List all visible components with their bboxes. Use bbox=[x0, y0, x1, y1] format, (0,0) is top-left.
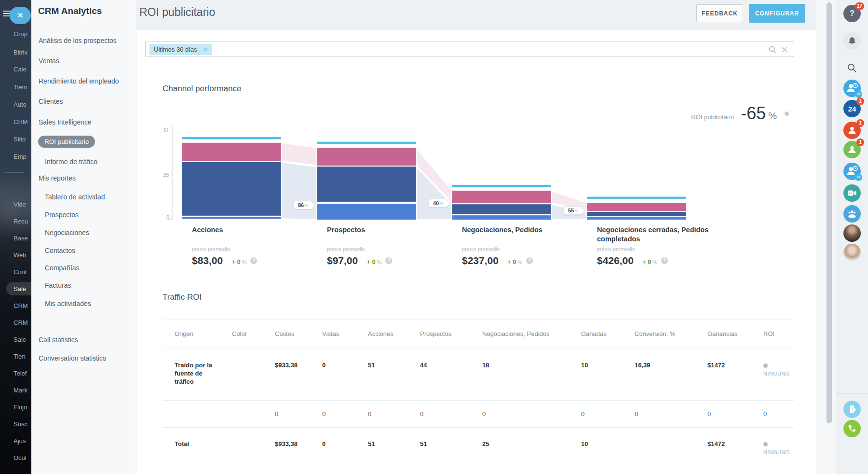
crm-activities-button-2[interactable]: ✉ bbox=[843, 163, 861, 180]
sidebar-item-facturas[interactable]: Facturas bbox=[45, 281, 71, 289]
column-header[interactable]: Acciones bbox=[356, 320, 408, 348]
collapsed-nav-item[interactable]: Sale bbox=[14, 285, 31, 293]
sidebar-item-conversation-statistics[interactable]: Conversation statistics bbox=[39, 354, 106, 362]
vertical-scrollbar[interactable] bbox=[827, 2, 832, 423]
collapsed-nav-item[interactable]: Grup bbox=[14, 30, 31, 38]
help-circle-icon[interactable]: ? bbox=[661, 257, 668, 264]
crm-activities-button[interactable]: ✉ bbox=[843, 80, 861, 97]
collapsed-nav-item[interactable]: CRM bbox=[14, 118, 31, 125]
filter-chip[interactable]: Últimos 30 días ✕ bbox=[149, 44, 212, 55]
column-header[interactable]: Prospectos bbox=[408, 320, 470, 348]
value-cell: 0 bbox=[408, 401, 470, 428]
sidebar-item-rendimiento-del-empleado[interactable]: Rendimiento del empleado bbox=[39, 77, 119, 85]
roi-unit: % bbox=[768, 111, 777, 122]
value-cell: 18 bbox=[470, 348, 569, 401]
collapsed-nav-item[interactable]: Telef bbox=[14, 370, 31, 377]
sidebar-item-negociaciones[interactable]: Negociaciones bbox=[45, 229, 89, 237]
collapsed-nav-item[interactable]: Bitrix bbox=[14, 49, 31, 56]
column-header[interactable]: Vistas bbox=[310, 320, 356, 348]
sidebar-item-clientes[interactable]: Clientes bbox=[39, 98, 63, 105]
collapsed-nav-item[interactable]: CRM bbox=[14, 319, 31, 326]
channel-performance-funnel: 5125086%40%55% bbox=[163, 124, 698, 222]
funnel-segment-pink bbox=[317, 148, 416, 166]
sidebar-item-tablero-de-actividad[interactable]: Tablero de actividad bbox=[45, 193, 105, 201]
crm-clients-button[interactable]: 1 bbox=[843, 141, 861, 158]
column-header[interactable]: ROI bbox=[751, 320, 794, 348]
sidebar-item-call-statistics[interactable]: Call statistics bbox=[39, 336, 78, 344]
mobile-app-button[interactable] bbox=[843, 401, 861, 418]
divider bbox=[163, 102, 794, 102]
collapsed-nav-item[interactable]: Vide bbox=[14, 201, 31, 208]
collapsed-nav-item[interactable]: Ajus bbox=[14, 437, 31, 445]
notifications-button[interactable] bbox=[843, 32, 861, 50]
chip-remove-icon[interactable]: ✕ bbox=[203, 46, 208, 53]
y-axis-tick: 0 bbox=[166, 214, 169, 220]
average-price-value: $426,00 bbox=[597, 255, 634, 266]
collapsed-nav-item[interactable]: Tien bbox=[14, 353, 31, 360]
collapsed-nav-item[interactable]: Cont bbox=[14, 268, 31, 276]
contact-center-button[interactable]: 1 bbox=[843, 122, 861, 139]
column-header[interactable]: Costos bbox=[263, 320, 310, 348]
user-avatar-2[interactable] bbox=[843, 244, 861, 261]
sidebar-item-mis-reportes[interactable]: Mis reportes bbox=[39, 174, 76, 182]
sidebar-item-contactos[interactable]: Contactos bbox=[45, 247, 75, 254]
sidebar-item-prospectos[interactable]: Prospectos bbox=[45, 211, 79, 219]
sidebar-item-compa-as[interactable]: Compañías bbox=[45, 264, 80, 272]
collapsed-nav-item[interactable]: Ocul bbox=[14, 454, 31, 461]
column-header[interactable]: Conversión, % bbox=[623, 320, 695, 348]
collapsed-nav-item[interactable]: Auto bbox=[14, 101, 31, 108]
search-icon[interactable] bbox=[769, 46, 776, 54]
divider bbox=[841, 75, 863, 75]
help-circle-icon[interactable]: ? bbox=[526, 257, 533, 264]
price-delta-unit: % bbox=[652, 259, 657, 265]
column-header[interactable]: Origen bbox=[163, 320, 220, 348]
sidebar-item-mis-actividades[interactable]: Mis actividades bbox=[45, 300, 91, 307]
clear-filter-icon[interactable] bbox=[781, 46, 788, 54]
user-avatar-1[interactable] bbox=[843, 224, 861, 242]
collapsed-nav-item[interactable]: Flujo bbox=[14, 404, 31, 411]
collapsed-nav-item[interactable]: Susc bbox=[14, 420, 31, 428]
close-icon: ✕ bbox=[17, 11, 24, 19]
value-cell: $933,38 bbox=[263, 348, 310, 401]
video-call-button[interactable] bbox=[843, 184, 861, 202]
search-button[interactable] bbox=[843, 59, 861, 77]
collapsed-nav-item[interactable]: Cale bbox=[14, 66, 31, 73]
stage-label: Prospectos bbox=[327, 225, 443, 235]
column-header[interactable]: Ganancias bbox=[695, 320, 751, 348]
help-circle-icon[interactable]: ? bbox=[250, 257, 257, 264]
roi-status-dot bbox=[763, 363, 768, 368]
collapse-sidebar-button[interactable]: ✕ bbox=[10, 7, 31, 24]
sidebar-item-informe-de-tr-fico[interactable]: Informe de tráfico bbox=[45, 158, 97, 166]
sidebar-item-sales-intelligence[interactable]: Sales Intelligence bbox=[39, 118, 92, 126]
column-header[interactable]: Negociaciones, Pedidos bbox=[470, 320, 569, 348]
collapsed-nav-item[interactable]: Mark bbox=[14, 387, 31, 394]
filter-search-bar[interactable]: Últimos 30 días ✕ bbox=[145, 41, 794, 57]
collapsed-nav-item[interactable]: Sale bbox=[14, 336, 31, 343]
average-price-label: precio promedio bbox=[192, 246, 257, 252]
collapsed-nav-item[interactable]: Sitio bbox=[14, 136, 31, 143]
telephony-button[interactable] bbox=[843, 420, 861, 437]
collapsed-nav-item[interactable]: Emp bbox=[14, 153, 31, 160]
sidebar-item-an-lisis-de-los-prospectos[interactable]: Análisis de los prospectos bbox=[39, 37, 117, 44]
configure-button[interactable]: CONFIGURAR bbox=[749, 4, 805, 23]
sidebar-item-ventas[interactable]: Ventas bbox=[39, 57, 59, 65]
traffic-roi-title: Traffic ROI bbox=[163, 293, 202, 302]
column-header[interactable]: Ganadas bbox=[569, 320, 623, 348]
sidebar-item-roi-publicitario[interactable]: ROI publicitario bbox=[38, 136, 95, 148]
value-cell: 0 bbox=[623, 401, 695, 428]
collapsed-nav-item[interactable]: Web bbox=[14, 251, 31, 259]
collapsed-nav-item[interactable]: CRM bbox=[14, 302, 31, 309]
collapsed-nav-item[interactable]: Recu bbox=[14, 218, 31, 225]
collapsed-nav-item[interactable]: Base bbox=[14, 235, 31, 242]
collapsed-nav-item[interactable]: Tiem bbox=[14, 84, 31, 91]
feedback-button[interactable]: FEEDBACK bbox=[696, 4, 743, 22]
conversion-value: 40 bbox=[433, 200, 439, 206]
table-row: Total$933,38051512510$1472NINGUNO bbox=[163, 428, 794, 469]
bitrix24-chat-button[interactable]: 241 bbox=[843, 100, 861, 117]
column-header[interactable]: Color bbox=[220, 320, 263, 348]
help-button[interactable]: ?17 bbox=[843, 5, 861, 22]
content-panel: Últimos 30 días ✕ Channel performance RO… bbox=[136, 30, 816, 474]
help-circle-icon[interactable]: ? bbox=[385, 257, 392, 264]
collaboration-button[interactable] bbox=[843, 205, 861, 223]
price-delta: + 0 bbox=[231, 258, 240, 265]
